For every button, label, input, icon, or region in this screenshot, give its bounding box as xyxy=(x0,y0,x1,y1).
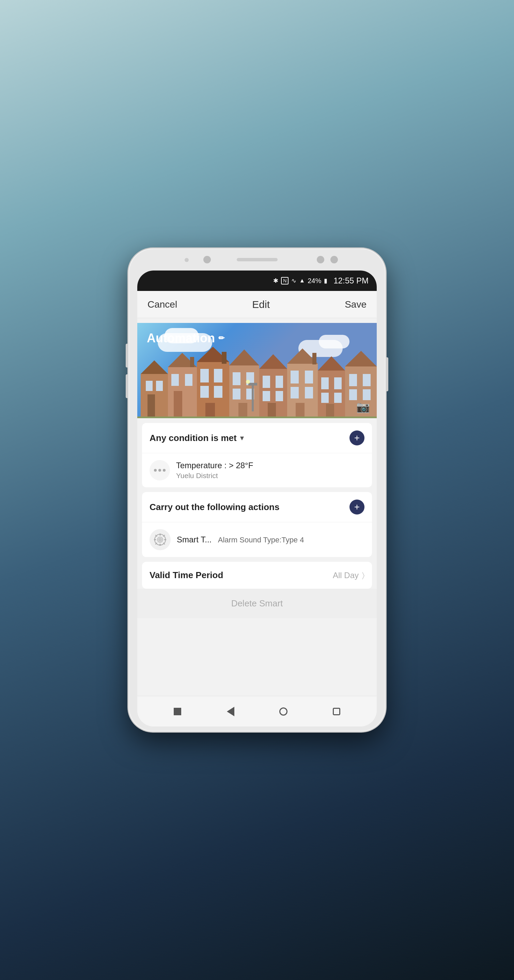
svg-rect-36 xyxy=(305,371,313,383)
delete-button[interactable]: Delete Smart xyxy=(231,598,283,609)
page-title: Edit xyxy=(252,299,270,310)
condition-section: Any condition is met ▾ + xyxy=(142,423,372,487)
hero-section: Automation ✏ 📷 xyxy=(137,323,377,418)
svg-rect-43 xyxy=(321,377,329,389)
svg-rect-8 xyxy=(185,374,192,386)
action-info: Smart T... Alarm Sound Type:Type 4 xyxy=(177,535,364,544)
svg-rect-37 xyxy=(291,387,299,398)
recents-icon xyxy=(333,708,340,715)
actions-header-text: Carry out the following actions xyxy=(150,502,279,512)
svg-rect-23 xyxy=(233,388,241,399)
svg-rect-18 xyxy=(222,352,227,364)
svg-rect-2 xyxy=(146,381,153,391)
svg-rect-16 xyxy=(214,386,222,398)
scroll-content: Automation ✏ 📷 Any condition is met ▾ + xyxy=(137,318,377,696)
svg-rect-7 xyxy=(171,374,179,386)
svg-rect-35 xyxy=(291,371,299,383)
condition-header: Any condition is met ▾ + xyxy=(142,423,372,453)
svg-rect-46 xyxy=(334,393,342,403)
svg-rect-47 xyxy=(326,404,334,418)
add-condition-button[interactable]: + xyxy=(350,430,364,445)
nav-back-button[interactable] xyxy=(222,703,239,720)
chevron-down-icon: ▾ xyxy=(240,434,244,442)
stop-icon xyxy=(174,708,181,715)
phone-camera xyxy=(203,256,211,263)
svg-rect-32 xyxy=(268,403,276,418)
condition-row[interactable]: Temperature : > 28°F Yuelu District xyxy=(142,453,372,487)
valid-time-text: All Day xyxy=(333,571,359,580)
svg-marker-49 xyxy=(345,351,377,366)
photo-icon[interactable]: 📷 xyxy=(356,401,370,414)
svg-rect-21 xyxy=(233,372,241,385)
phone-front-camera xyxy=(330,256,338,263)
svg-rect-9 xyxy=(174,391,182,418)
svg-rect-30 xyxy=(263,391,270,401)
svg-rect-44 xyxy=(334,377,342,389)
phone-camera-right xyxy=(317,256,324,263)
svg-marker-20 xyxy=(229,350,259,366)
power-button[interactable] xyxy=(386,357,388,391)
actions-section: Carry out the following actions + xyxy=(142,492,372,557)
add-condition-label: + xyxy=(354,433,360,443)
svg-rect-40 xyxy=(312,353,316,364)
phone-speaker xyxy=(237,258,278,261)
svg-rect-52 xyxy=(349,389,357,400)
valid-time-label: Valid Time Period xyxy=(150,570,223,581)
actions-header: Carry out the following actions + xyxy=(142,492,372,522)
valid-time-row[interactable]: Valid Time Period All Day 〉 xyxy=(142,562,372,589)
dots-menu-icon xyxy=(154,469,166,472)
condition-header-text[interactable]: Any condition is met ▾ xyxy=(150,433,244,443)
buildings-illustration xyxy=(137,343,377,418)
svg-rect-53 xyxy=(363,389,370,400)
save-button[interactable]: Save xyxy=(345,299,367,310)
svg-rect-45 xyxy=(321,393,329,403)
dot-1 xyxy=(154,469,157,472)
condition-info: Temperature : > 28°F Yuelu District xyxy=(176,461,364,480)
device-icon xyxy=(150,529,171,550)
svg-rect-54 xyxy=(137,417,377,418)
valid-time-section[interactable]: Valid Time Period All Day 〉 xyxy=(142,562,372,589)
app-bar: Cancel Edit Save xyxy=(137,291,377,318)
automation-title-text: Automation xyxy=(147,331,215,345)
nav-home-button[interactable] xyxy=(275,703,292,720)
condition-location: Yuelu District xyxy=(176,472,364,480)
phone-dot xyxy=(185,258,189,262)
svg-rect-51 xyxy=(363,374,370,386)
actions-header-label: Carry out the following actions xyxy=(150,502,279,512)
add-action-button[interactable]: + xyxy=(350,500,364,514)
svg-rect-14 xyxy=(214,369,222,382)
condition-name: Temperature : > 28°F xyxy=(176,461,364,470)
phone-screen: ✱ N ∿ ▲ 24% ▮ 12:55 PM Cancel Edit Save xyxy=(137,270,377,727)
home-icon xyxy=(279,708,287,716)
svg-rect-38 xyxy=(305,387,313,398)
svg-marker-42 xyxy=(318,356,345,371)
svg-rect-31 xyxy=(276,391,283,401)
status-time: 12:55 PM xyxy=(334,276,369,285)
svg-rect-17 xyxy=(205,403,215,418)
chevron-right-icon: 〉 xyxy=(362,571,364,580)
nav-recents-button[interactable] xyxy=(328,703,345,720)
svg-rect-25 xyxy=(238,403,247,418)
signal-icon: ▲ xyxy=(299,277,305,284)
dot-2 xyxy=(158,469,161,472)
volume-down-button[interactable] xyxy=(126,374,128,398)
svg-marker-1 xyxy=(140,360,168,374)
battery-icon: ▮ xyxy=(324,277,327,285)
svg-rect-4 xyxy=(147,395,155,418)
nav-stop-button[interactable] xyxy=(169,703,186,720)
svg-marker-27 xyxy=(259,354,287,369)
svg-rect-29 xyxy=(276,375,283,388)
back-icon xyxy=(227,707,235,716)
bluetooth-icon: ✱ xyxy=(273,277,278,285)
svg-rect-3 xyxy=(156,381,163,391)
cancel-button[interactable]: Cancel xyxy=(147,299,177,310)
volume-up-button[interactable] xyxy=(126,344,128,368)
edit-icon[interactable]: ✏ xyxy=(218,334,225,343)
condition-header-label: Any condition is met xyxy=(150,433,237,443)
nav-bar xyxy=(137,696,377,727)
action-device-name: Smart T... xyxy=(177,535,212,544)
svg-point-57 xyxy=(246,380,250,384)
action-row[interactable]: Smart T... Alarm Sound Type:Type 4 xyxy=(142,522,372,557)
wifi-icon: ∿ xyxy=(291,277,296,285)
svg-rect-28 xyxy=(263,375,270,388)
